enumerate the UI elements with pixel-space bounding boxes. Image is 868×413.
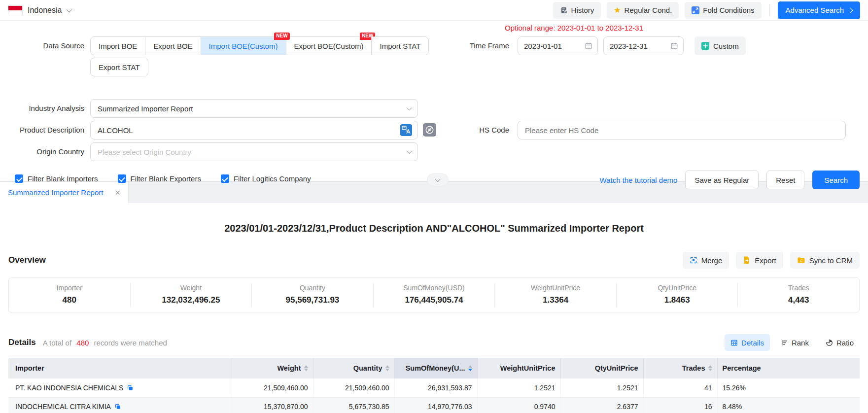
- importer-name-link[interactable]: PT. KAO INDONESIA CHEMICALS: [15, 384, 123, 392]
- sort-icon[interactable]: [708, 365, 712, 371]
- optional-range-hint: Optional range: 2023-01-01 to 2023-12-31: [505, 24, 643, 32]
- history-button[interactable]: History: [553, 2, 601, 19]
- matched-prefix: A total of: [43, 339, 71, 347]
- end-date-input[interactable]: 2023-12-31: [603, 36, 684, 55]
- stat-label: Quantity: [252, 284, 373, 292]
- close-icon[interactable]: ×: [115, 188, 120, 197]
- topbar-divider: [769, 4, 770, 16]
- reset-button[interactable]: Reset: [766, 171, 804, 189]
- weight-cell: 21,509,460.00: [232, 379, 313, 397]
- hs-code-input[interactable]: [518, 121, 846, 139]
- tab-import-stat[interactable]: Import STAT: [371, 36, 429, 55]
- chevron-right-icon: [847, 7, 853, 13]
- product-description-label: Product Description: [0, 121, 84, 139]
- report-title: 2023/01/01-2023/12/31,Product Descriptio…: [0, 223, 868, 234]
- export-icon: [743, 256, 751, 264]
- tab-import-boe[interactable]: Import BOE: [90, 36, 145, 55]
- checkbox-checked-icon: [221, 174, 229, 183]
- tab-import-boe-custom[interactable]: Import BOE(Custom) NEW: [201, 36, 286, 55]
- expand-conditions-button[interactable]: [427, 173, 449, 186]
- country-selector[interactable]: Indonesia: [8, 5, 70, 15]
- indonesia-flag-icon: [8, 5, 23, 15]
- fold-conditions-icon: [692, 6, 699, 14]
- view-switch: Details Rank Ratio: [725, 334, 860, 351]
- start-date-value: 2023-01-01: [524, 42, 562, 50]
- stat-label: Importer: [9, 284, 130, 292]
- filter-blank-importers-checkbox[interactable]: Filter Blank Importers: [15, 174, 98, 183]
- col-sum-of-money[interactable]: SumOfMoney(U...: [394, 358, 477, 379]
- filter-logitics-company-label: Filter Logitics Company: [234, 174, 311, 183]
- tab-import-boe-label: Import BOE: [99, 42, 137, 50]
- tab-export-stat[interactable]: Export STAT: [90, 58, 148, 76]
- table-header-row: Importer Weight Quantity SumOfMoney(U...…: [8, 358, 860, 379]
- view-details-button[interactable]: Details: [725, 334, 770, 351]
- overview-stats-card: Importer 480 Weight 132,032,496.25 Quant…: [8, 277, 860, 312]
- filter-blank-importers-label: Filter Blank Importers: [28, 174, 98, 183]
- rank-icon: [781, 339, 788, 346]
- filter-logitics-company-checkbox[interactable]: Filter Logitics Company: [221, 174, 311, 183]
- stat-label: SumOfMoney(USD): [374, 284, 495, 292]
- origin-country-select[interactable]: Please select Origin Country: [90, 142, 418, 161]
- filter-blank-exporters-checkbox[interactable]: Filter Blank Exporters: [118, 174, 201, 183]
- col-weight[interactable]: Weight: [232, 358, 313, 379]
- weight-unit-price-cell: 0.9740: [477, 397, 560, 413]
- fold-conditions-button[interactable]: Fold Conditions: [685, 2, 761, 19]
- tab-export-boe-label: Export BOE: [153, 42, 192, 50]
- sum-of-money-cell: 26,931,593.87: [394, 379, 477, 397]
- stat-value: 132,032,496.25: [131, 295, 252, 305]
- new-badge: NEW: [274, 33, 289, 40]
- tab-summarized-importer-report[interactable]: Summarized Importer Report ×: [0, 182, 129, 203]
- chevron-down-icon: [67, 6, 72, 12]
- qty-unit-price-cell: 1.2521: [560, 379, 643, 397]
- stat-quantity: Quantity 95,569,731.93: [252, 283, 374, 307]
- custom-range-button[interactable]: Custom: [694, 36, 746, 55]
- col-percentage: Percentage: [717, 358, 860, 379]
- start-date-input[interactable]: 2023-01-01: [518, 36, 598, 55]
- sum-of-money-cell: 14,970,776.03: [394, 397, 477, 413]
- quantity-cell: 21,509,460.00: [313, 379, 394, 397]
- tab-export-boe[interactable]: Export BOE: [145, 36, 201, 55]
- origin-country-placeholder: Please select Origin Country: [98, 148, 191, 156]
- translate-icon[interactable]: [400, 124, 412, 138]
- advanced-search-button[interactable]: Advanced Search: [778, 1, 860, 19]
- tutorial-demo-link[interactable]: Watch the tutorial demo: [600, 176, 678, 184]
- view-ratio-button[interactable]: Ratio: [820, 334, 860, 351]
- export-button[interactable]: Export: [736, 252, 783, 269]
- copy-icon[interactable]: [114, 403, 121, 410]
- sync-to-crm-label: Sync to CRM: [809, 256, 853, 265]
- tab-export-boe-custom[interactable]: Export BOE(Custom) NEW: [286, 36, 372, 55]
- percentage-cell: 8.48%: [717, 397, 860, 413]
- stat-value: 176,445,905.74: [374, 295, 495, 305]
- history-icon: [560, 6, 568, 14]
- overview-heading: Overview: [8, 255, 46, 265]
- checkbox-checked-icon: [118, 174, 126, 183]
- stat-importer: Importer 480: [9, 283, 131, 307]
- merge-button[interactable]: Merge: [683, 252, 729, 269]
- col-importer: Importer: [8, 358, 232, 379]
- sort-icon[interactable]: [385, 365, 389, 371]
- search-button[interactable]: Search: [812, 171, 860, 189]
- col-trades[interactable]: Trades: [643, 358, 717, 379]
- view-rank-button[interactable]: Rank: [775, 334, 815, 351]
- data-source-label: Data Source: [0, 36, 84, 55]
- regular-cond-button[interactable]: ★ Regular Cond.: [607, 2, 679, 19]
- exclude-keyword-icon[interactable]: [423, 123, 436, 138]
- importer-name-link[interactable]: INDOCHEMICAL CITRA KIMIA: [15, 403, 111, 411]
- sync-to-crm-button[interactable]: Sync to CRM: [790, 252, 860, 269]
- col-quantity[interactable]: Quantity: [313, 358, 394, 379]
- end-date-value: 2023-12-31: [610, 42, 648, 50]
- hs-code-label: HS Code: [444, 121, 509, 139]
- copy-icon[interactable]: [127, 384, 134, 391]
- sort-icon-active-desc[interactable]: [468, 365, 472, 371]
- records-matched-text: A total of 480 records were matched: [43, 339, 167, 347]
- tab-label: Summarized Importer Report: [8, 188, 103, 197]
- topbar-actions: History ★ Regular Cond. Fold Conditions …: [553, 1, 860, 19]
- tab-import-stat-label: Import STAT: [380, 42, 420, 50]
- sort-icon[interactable]: [304, 365, 308, 371]
- product-description-input[interactable]: [90, 121, 418, 139]
- view-rank-label: Rank: [792, 339, 809, 347]
- save-as-regular-button[interactable]: Save as Regular: [685, 171, 759, 189]
- trades-cell: 41: [643, 379, 717, 397]
- report-content: 2023/01/01-2023/12/31,Product Descriptio…: [0, 223, 868, 413]
- industry-analysis-select[interactable]: Summarized Importer Report: [90, 99, 418, 118]
